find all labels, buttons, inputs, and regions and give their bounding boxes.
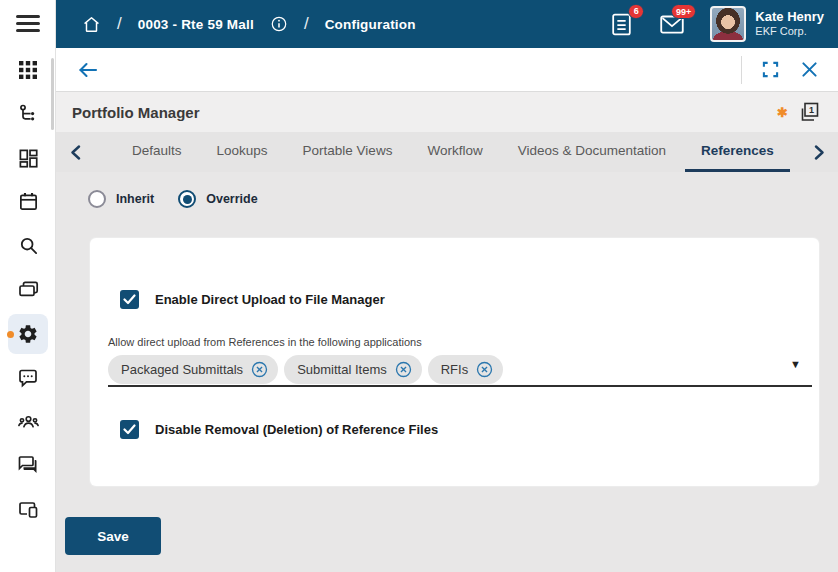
home-icon[interactable] [82, 15, 101, 34]
inherit-radio[interactable]: Inherit [88, 190, 154, 208]
header-divider [741, 56, 742, 84]
page-title: Portfolio Manager [72, 104, 200, 121]
search-icon [18, 235, 39, 256]
mail-badge: 99+ [671, 4, 696, 19]
calendar-icon [18, 191, 39, 212]
sidebar-item-contacts[interactable] [8, 401, 48, 441]
back-button[interactable] [76, 59, 100, 81]
enable-direct-upload-checkbox[interactable] [120, 290, 139, 309]
dropdown-caret-icon[interactable]: ▼ [790, 358, 801, 370]
check-icon [123, 294, 136, 305]
breadcrumb-page[interactable]: Configuration [325, 17, 416, 32]
forum-icon [17, 454, 39, 476]
fullscreen-icon [762, 61, 779, 78]
required-asterisk-icon: ✱ [777, 105, 788, 120]
folders-icon [17, 278, 39, 300]
save-button[interactable]: Save [65, 517, 161, 555]
remove-chip-button[interactable] [476, 361, 493, 378]
settings-gear-icon [17, 323, 39, 345]
remove-chip-button[interactable] [251, 361, 268, 378]
chip-submittal-items: Submittal Items [284, 355, 422, 384]
disable-removal-label: Disable Removal (Deletion) of Reference … [155, 422, 438, 437]
breadcrumb: / 0003 - Rte 59 Mall / Configuration [82, 14, 416, 34]
user-avatar[interactable] [710, 6, 746, 42]
apps-grid-icon [18, 60, 38, 80]
tab-workflow[interactable]: Workflow [411, 132, 498, 172]
chat-icon [17, 367, 39, 389]
chevron-right-icon [814, 145, 825, 160]
circle-x-icon [395, 361, 412, 378]
user-menu[interactable]: Kate Henry EKF Corp. [755, 9, 824, 39]
sidebar-item-messages[interactable] [8, 358, 48, 398]
tasks-button[interactable]: 6 [609, 11, 634, 38]
sidebar-item-search[interactable] [8, 225, 48, 265]
mail-button[interactable]: 99+ [658, 11, 686, 37]
override-radio[interactable]: Override [178, 190, 257, 208]
sidebar-item-processes[interactable] [8, 94, 48, 134]
apps-field-underline [108, 385, 812, 387]
topbar-actions: 6 99+ Kate Henry EKF Corp. [609, 6, 824, 42]
close-icon [801, 61, 818, 78]
expand-button[interactable] [762, 61, 779, 78]
selected-apps-chips[interactable]: Packaged Submittals Submittal Items RFIs [108, 355, 503, 384]
sidebar-item-dashboard[interactable] [8, 138, 48, 178]
tab-list: Defaults Lookups Portable Views Workflow… [116, 132, 800, 172]
chip-label: RFIs [441, 362, 468, 377]
circle-x-icon [476, 361, 493, 378]
chevron-left-icon [70, 145, 81, 160]
copy-count-label: 1 [806, 104, 818, 116]
user-company: EKF Corp. [755, 25, 824, 39]
sidebar-item-settings[interactable] [8, 314, 48, 354]
tab-portable-views[interactable]: Portable Views [287, 132, 409, 172]
circle-x-icon [251, 361, 268, 378]
tab-videos-documentation[interactable]: Videos & Documentation [502, 132, 682, 172]
sidebar-item-devices[interactable] [8, 490, 48, 530]
close-button[interactable] [801, 61, 818, 78]
process-tree-icon [17, 103, 39, 125]
top-navigation-bar: / 0003 - Rte 59 Mall / Configuration 6 [56, 0, 838, 48]
override-radio-label: Override [206, 192, 257, 206]
chip-label: Packaged Submittals [121, 362, 243, 377]
title-band: Portfolio Manager ✱ 1 [56, 92, 838, 132]
app-sidebar [0, 0, 56, 572]
user-name: Kate Henry [755, 9, 824, 25]
sidebar-scrollbar[interactable] [51, 58, 54, 130]
tab-defaults[interactable]: Defaults [116, 132, 198, 172]
remove-chip-button[interactable] [395, 361, 412, 378]
inherit-radio-circle[interactable] [88, 190, 106, 208]
copy-page-button[interactable]: 1 [798, 101, 820, 123]
chip-rfis: RFIs [428, 355, 503, 384]
info-icon[interactable] [270, 15, 288, 33]
hamburger-menu-icon[interactable] [16, 15, 40, 33]
sidebar-item-forum[interactable] [8, 445, 48, 485]
back-arrow-icon [76, 59, 100, 81]
tasks-badge: 6 [628, 4, 644, 19]
references-settings-card: Enable Direct Upload to File Manager All… [90, 238, 819, 486]
inherit-override-radios: Inherit Override [88, 190, 258, 208]
devices-icon [17, 499, 39, 521]
dashboard-icon [18, 148, 39, 169]
references-tab-content: Inherit Override Enable Direct Upload to… [56, 172, 838, 572]
disable-removal-checkbox[interactable] [120, 420, 139, 439]
breadcrumb-project[interactable]: 0003 - Rte 59 Mall [138, 17, 254, 32]
enable-direct-upload-label: Enable Direct Upload to File Manager [155, 292, 385, 307]
people-icon [17, 410, 40, 433]
sidebar-item-calendar[interactable] [8, 181, 48, 221]
override-radio-circle[interactable] [178, 190, 196, 208]
apps-field-label: Allow direct upload from References in t… [108, 336, 422, 348]
chip-label: Submittal Items [297, 362, 387, 377]
sidebar-item-projects[interactable] [8, 269, 48, 309]
breadcrumb-separator: / [304, 14, 309, 34]
check-icon [123, 424, 136, 435]
settings-tabs-bar: Defaults Lookups Portable Views Workflow… [56, 132, 838, 172]
tabs-scroll-right-button[interactable] [800, 132, 838, 172]
disable-removal-row: Disable Removal (Deletion) of Reference … [120, 420, 438, 439]
sidebar-item-apps[interactable] [8, 50, 48, 90]
tab-references[interactable]: References [685, 132, 790, 172]
inherit-radio-label: Inherit [116, 192, 154, 206]
tab-lookups[interactable]: Lookups [201, 132, 284, 172]
breadcrumb-separator: / [117, 14, 122, 34]
enable-direct-upload-row: Enable Direct Upload to File Manager [120, 290, 385, 309]
tabs-scroll-left-button[interactable] [56, 132, 94, 172]
panel-header-row [56, 48, 838, 92]
